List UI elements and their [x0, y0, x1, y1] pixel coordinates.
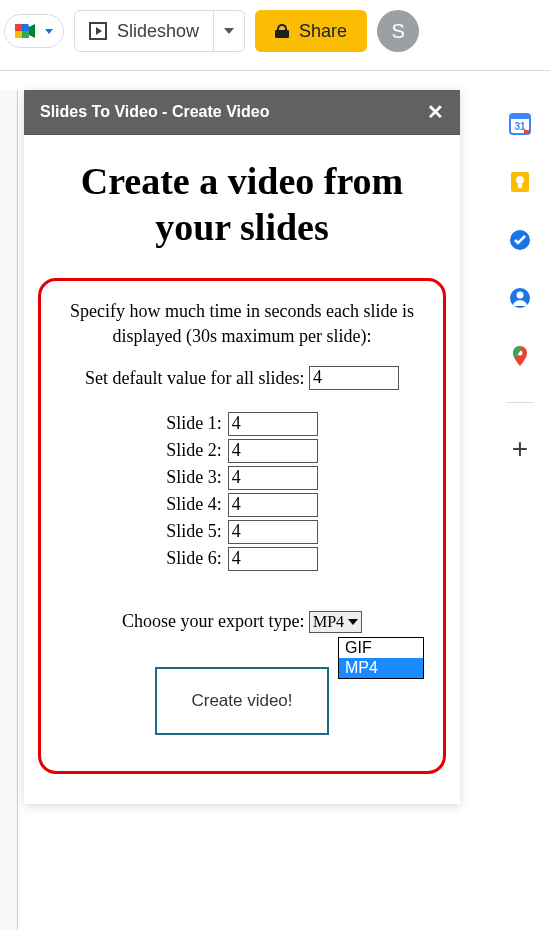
create-video-label: Create video! [191, 691, 292, 710]
right-side-rail: 31 + [490, 92, 550, 461]
calendar-icon[interactable]: 31 [508, 112, 532, 136]
export-label: Choose your export type: [122, 611, 304, 631]
slide-duration-input[interactable] [228, 547, 318, 571]
contacts-icon[interactable] [508, 286, 532, 310]
panel-header: Slides To Video - Create Video ✕ [24, 90, 460, 135]
svg-marker-4 [29, 24, 35, 38]
export-selected-value: MP4 [313, 613, 344, 631]
panel-heading: Create a video from your slides [38, 159, 446, 250]
create-video-button[interactable]: Create video! [155, 667, 328, 735]
slide-thumbnail-strip[interactable] [0, 90, 18, 930]
meet-icon [15, 21, 39, 41]
slide-duration-row: Slide 6: [166, 547, 318, 571]
share-label: Share [299, 21, 347, 42]
slide-duration-row: Slide 4: [166, 493, 318, 517]
slide-duration-input[interactable] [228, 439, 318, 463]
slideshow-button-group: Slideshow [74, 10, 245, 52]
rail-divider [506, 402, 534, 403]
meet-camera-button[interactable] [4, 14, 64, 48]
slideshow-label: Slideshow [117, 21, 199, 42]
panel-title: Slides To Video - Create Video [40, 103, 269, 121]
account-avatar[interactable]: S [377, 10, 419, 52]
lock-icon [275, 24, 289, 38]
svg-rect-8 [524, 130, 530, 134]
default-duration-input[interactable] [309, 366, 399, 390]
addon-sidepanel: Slides To Video - Create Video ✕ Create … [24, 90, 460, 804]
slides-duration-list: Slide 1:Slide 2:Slide 3:Slide 4:Slide 5:… [51, 412, 433, 571]
instruction-text: Specify how much time in seconds each sl… [51, 299, 433, 349]
caret-down-icon [224, 28, 234, 34]
slide-duration-row: Slide 5: [166, 520, 318, 544]
slide-label: Slide 4: [166, 494, 222, 515]
export-option[interactable]: MP4 [339, 658, 423, 678]
share-button[interactable]: Share [255, 10, 367, 52]
slide-duration-input[interactable] [228, 493, 318, 517]
close-icon[interactable]: ✕ [427, 100, 444, 124]
slide-label: Slide 1: [166, 413, 222, 434]
slide-duration-input[interactable] [228, 520, 318, 544]
slide-label: Slide 3: [166, 467, 222, 488]
slideshow-button[interactable]: Slideshow [75, 11, 214, 51]
keep-icon[interactable] [508, 170, 532, 194]
slide-label: Slide 6: [166, 548, 222, 569]
tasks-icon[interactable] [508, 228, 532, 252]
export-type-dropdown: GIFMP4 [338, 637, 424, 679]
default-label: Set default value for all slides: [85, 367, 304, 387]
slide-duration-input[interactable] [228, 466, 318, 490]
svg-rect-2 [22, 31, 29, 38]
slideshow-dropdown-button[interactable] [214, 28, 244, 34]
slide-duration-input[interactable] [228, 412, 318, 436]
add-addon-button[interactable]: + [512, 437, 528, 461]
export-option[interactable]: GIF [339, 638, 423, 658]
avatar-letter: S [391, 20, 404, 43]
slide-label: Slide 2: [166, 440, 222, 461]
play-icon [89, 22, 107, 40]
slide-duration-row: Slide 1: [166, 412, 318, 436]
svg-rect-6 [510, 114, 530, 119]
settings-highlight-box: Specify how much time in seconds each sl… [38, 278, 446, 773]
svg-rect-3 [15, 31, 22, 38]
svg-point-14 [517, 292, 524, 299]
slide-duration-row: Slide 2: [166, 439, 318, 463]
svg-rect-1 [15, 24, 22, 31]
caret-down-icon [45, 29, 53, 34]
svg-point-10 [516, 176, 524, 184]
export-type-select[interactable]: MP4 [309, 611, 362, 633]
slide-duration-row: Slide 3: [166, 466, 318, 490]
maps-icon[interactable] [508, 344, 532, 368]
slide-label: Slide 5: [166, 521, 222, 542]
caret-down-icon [348, 619, 358, 625]
svg-rect-11 [518, 184, 522, 188]
